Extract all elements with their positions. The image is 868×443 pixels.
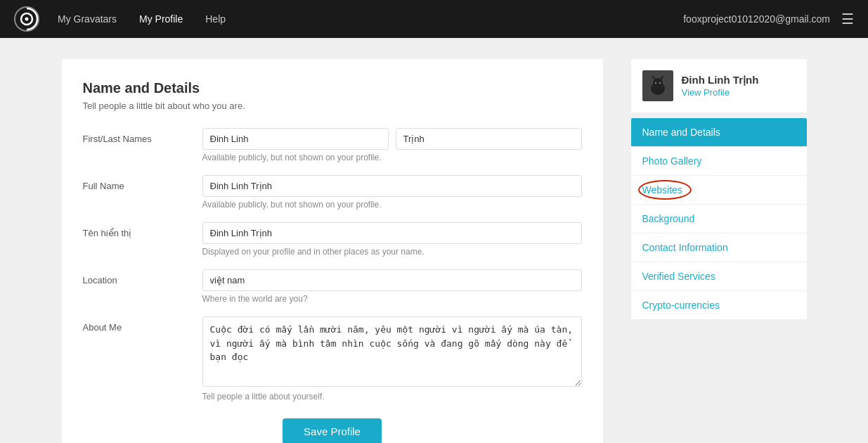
sidebar-item-background[interactable]: Background xyxy=(631,205,807,233)
section-title: Name and Details xyxy=(83,80,582,96)
svg-point-9 xyxy=(659,82,660,84)
first-last-hint: Available publicly, but not shown on you… xyxy=(202,153,582,162)
display-name-field: Displayed on your profile and in other p… xyxy=(202,222,582,257)
about-me-hint: Tell people a little about yourself. xyxy=(202,392,582,402)
location-hint: Where in the world are you? xyxy=(202,294,582,304)
header-nav: My Gravatars My Profile Help xyxy=(53,11,683,27)
first-last-names-label: First/Last Names xyxy=(83,128,202,162)
name-fields xyxy=(202,128,582,150)
display-name-label: Tên hiển thị xyxy=(83,222,202,257)
about-me-row: About Me Cuộc đời có mấy lần mười năm, y… xyxy=(83,316,582,402)
display-name-row: Tên hiển thị Displayed on your profile a… xyxy=(83,222,582,257)
location-input[interactable] xyxy=(202,269,582,291)
user-menu-icon[interactable]: ☰ xyxy=(841,11,854,27)
sidebar-item-contact-info[interactable]: Contact Information xyxy=(631,233,807,262)
sidebar: Đinh Linh Trịnh View Profile Name and De… xyxy=(631,59,807,443)
svg-point-8 xyxy=(654,82,656,84)
svg-point-2 xyxy=(25,18,29,21)
nav-my-gravatars[interactable]: My Gravatars xyxy=(53,11,121,27)
first-last-names-field: Available publicly, but not shown on you… xyxy=(202,128,582,162)
display-name-input[interactable] xyxy=(202,222,582,244)
first-last-names-row: First/Last Names Available publicly, but… xyxy=(83,128,582,162)
profile-card: Đinh Linh Trịnh View Profile xyxy=(631,59,807,113)
avatar xyxy=(642,70,673,101)
nav-my-profile[interactable]: My Profile xyxy=(135,11,187,27)
header-email: fooxproject01012020@gmail.com xyxy=(683,13,830,25)
profile-info: Đinh Linh Trịnh View Profile xyxy=(682,74,759,98)
full-name-row: Full Name Available publicly, but not sh… xyxy=(83,175,582,210)
header: My Gravatars My Profile Help fooxproject… xyxy=(0,0,868,38)
section-subtitle: Tell people a little bit about who you a… xyxy=(83,101,582,111)
save-profile-button[interactable]: Save Profile xyxy=(283,418,382,443)
location-label: Location xyxy=(83,269,202,304)
profile-name: Đinh Linh Trịnh xyxy=(682,74,759,86)
full-name-hint: Available publicly, but not shown on you… xyxy=(202,200,582,210)
page-wrapper: Name and Details Tell people a little bi… xyxy=(48,38,821,443)
svg-point-5 xyxy=(653,78,663,88)
about-me-textarea[interactable]: Cuộc đời có mấy lần mười năm, yêu một ng… xyxy=(202,316,582,387)
sidebar-item-verified-services[interactable]: Verified Services xyxy=(631,262,807,291)
sidebar-item-photo-gallery[interactable]: Photo Gallery xyxy=(631,147,807,176)
sidebar-item-websites[interactable]: Websites xyxy=(631,176,807,205)
location-field: Where in the world are you? xyxy=(202,269,582,304)
last-name-input[interactable] xyxy=(396,128,582,150)
sidebar-item-crypto-currencies[interactable]: Crypto-currencies xyxy=(631,291,807,320)
sidebar-menu: Name and Details Photo Gallery Websites … xyxy=(631,118,807,320)
full-name-field: Available publicly, but not shown on you… xyxy=(202,175,582,210)
first-name-input[interactable] xyxy=(202,128,389,150)
display-name-hint: Displayed on your profile and in other p… xyxy=(202,247,582,257)
view-profile-link[interactable]: View Profile xyxy=(682,87,730,98)
gravatar-logo-icon[interactable] xyxy=(14,6,39,32)
about-me-label: About Me xyxy=(83,316,202,402)
about-me-field: Cuộc đời có mấy lần mười năm, yêu một ng… xyxy=(202,316,582,402)
sidebar-item-name-details[interactable]: Name and Details xyxy=(631,118,807,147)
location-row: Location Where in the world are you? xyxy=(83,269,582,304)
main-content: Name and Details Tell people a little bi… xyxy=(62,59,603,443)
full-name-input[interactable] xyxy=(202,175,582,197)
save-btn-row: Save Profile xyxy=(83,418,582,443)
full-name-label: Full Name xyxy=(83,175,202,210)
nav-help[interactable]: Help xyxy=(201,11,230,27)
